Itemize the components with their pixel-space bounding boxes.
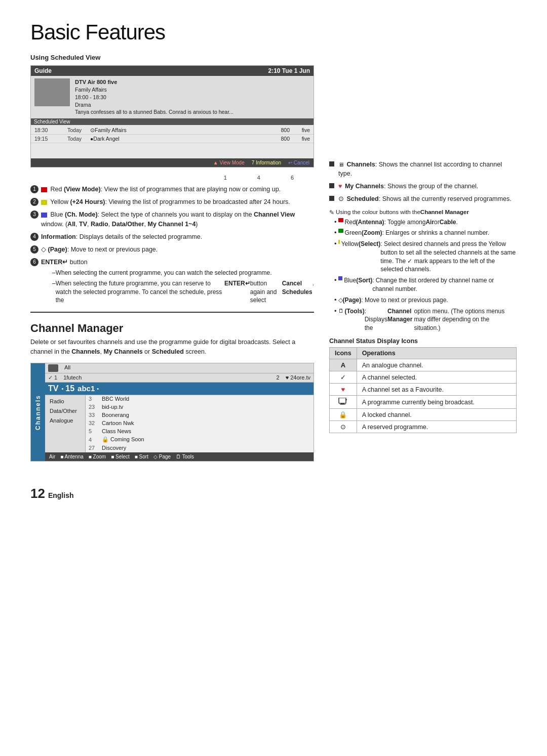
- ch-footer-zoom: ■ Zoom: [89, 454, 106, 459]
- bullet-scheduled-text: ⊙ Scheduled: Shows all the currently res…: [338, 194, 512, 203]
- channels-sidebar-label: Channels: [31, 363, 45, 461]
- status-header-icons: Icons: [330, 348, 357, 359]
- ch-check: ✓ 1: [48, 374, 57, 381]
- bullet-channels: 🖥 Channels: Shows the channel list accor…: [329, 160, 517, 178]
- ch-row: 27Discovery: [86, 444, 314, 452]
- feature-item-3: 3 Blue (Ch. Mode): Select the type of ch…: [30, 210, 314, 228]
- ch-footer-air: Air: [49, 454, 55, 459]
- guide-empty: [31, 143, 314, 157]
- guide-hours: 18:00 - 18:30: [75, 94, 233, 101]
- feature-item-5: 5 ◇ (Page): Move to next or previous pag…: [30, 245, 314, 254]
- guide-row-time-1: 18:30: [34, 127, 67, 133]
- channel-manager-title: Channel Manager: [30, 322, 314, 335]
- guide-scheduled-label: Scheduled View: [31, 118, 314, 125]
- color-bullet-blue: Blue (Sort): Change the list ordered by …: [334, 276, 517, 293]
- guide-show-name: Family Affairs: [75, 86, 233, 94]
- status-icon-selected: ✓: [330, 371, 357, 384]
- guide-footer-cancel: ↩ Cancel: [288, 160, 309, 165]
- ch-nav-all: All: [64, 364, 70, 372]
- ch-footer-tools: 🗒 Tools: [176, 454, 194, 459]
- feature-text-2: Yellow (+24 Hours): Viewing the list of …: [41, 197, 290, 206]
- bullet-channels-text: 🖥 Channels: Shows the channel list accor…: [338, 160, 517, 178]
- channels-top-nav: All: [45, 363, 314, 373]
- ch-row: 4🔒 Coming Soon: [86, 436, 314, 444]
- ch-footer-page: ◇ Page: [153, 454, 171, 459]
- ch-tv-dot2: •: [97, 386, 99, 392]
- ch-row: 33Boonerang: [86, 411, 314, 419]
- channels-icon: 🖥: [338, 161, 344, 167]
- guide-row-num-2: 800: [269, 136, 290, 142]
- guide-row-ch-1: five: [290, 127, 310, 133]
- guide-row-day-2: Today: [67, 136, 90, 142]
- color-bullet-yellow: Yellow (Select): Select desired channels…: [334, 240, 517, 274]
- channels-tv-row: TV • 15 abc1 •: [45, 383, 314, 395]
- feature-num-6: 6: [30, 258, 38, 266]
- feature-text-1: Red (View Mode): View the list of progra…: [41, 185, 281, 194]
- status-icon-analogue: A: [330, 359, 357, 371]
- guide-num-1: 1: [224, 175, 227, 181]
- guide-prog-title: DTV Air 800 five: [75, 78, 233, 86]
- feature-item-2: 2 Yellow (+24 Hours): Viewing the list o…: [30, 197, 314, 206]
- channels-header-row: ✓ 1 1futech 2 ♥ 24ore.tv: [45, 373, 314, 383]
- guide-header: Guide 2:10 Tue 1 Jun: [31, 66, 314, 76]
- scheduled-view-title: Using Scheduled View: [30, 54, 314, 61]
- ch-nav-thumb: [48, 364, 59, 372]
- color-note-label: Using the colour buttons with the Channe…: [329, 209, 517, 216]
- guide-footer-viewmode: ▲ View Mode: [213, 160, 245, 165]
- channel-manager-divider: [30, 312, 314, 313]
- status-icon-reserved: ⊙: [330, 421, 357, 433]
- enter-sub-1: When selecting the current programme, yo…: [52, 269, 314, 277]
- feature-text-3: Blue (Ch. Mode): Select the type of chan…: [41, 210, 314, 228]
- guide-row-time-2: 19:15: [34, 136, 67, 142]
- ch-panel-radio[interactable]: Radio: [48, 397, 82, 405]
- guide-row-prog-1: ⊙Family Affairs: [90, 127, 269, 133]
- bullet-mychannels-text: ♥ My Channels: Shows the group of the ch…: [338, 182, 478, 191]
- page-footer: 12 English: [30, 486, 517, 501]
- bullet-mychannels: ♥ My Channels: Shows the group of the ch…: [329, 182, 517, 191]
- channels-body: Radio Data/Other Analogue 3BBC World 23b…: [45, 395, 314, 452]
- status-op-selected: A channel selected.: [357, 371, 516, 384]
- enter-sub-2: When selecting the future programme, you…: [52, 279, 314, 305]
- svg-rect-3: [345, 399, 347, 400]
- ch-name-1: 1futech: [63, 374, 82, 381]
- ch-row: 5Class News: [86, 428, 314, 436]
- bullet-scheduled: ⊙ Scheduled: Shows all the currently res…: [329, 194, 517, 203]
- status-section-title: Channel Status Display Icons: [329, 338, 517, 345]
- guide-footer: ▲ View Mode 7 Information ↩ Cancel: [31, 158, 314, 167]
- status-op-reserved: A reserved programme.: [357, 421, 516, 433]
- tv-icon: [338, 398, 347, 405]
- status-op-locked: A locked channel.: [357, 409, 516, 421]
- guide-genre: Drama: [75, 101, 233, 109]
- guide-label: Guide: [34, 67, 52, 74]
- guide-row-prog-2: ●Dark Angel: [90, 136, 269, 142]
- ch-row: 32Cartoon Nwk: [86, 419, 314, 428]
- ch-rows: 3BBC World 23bid-up.tv 33Boonerang 32Car…: [86, 395, 314, 452]
- bullet-square-3: [329, 196, 334, 201]
- right-column: 🖥 Channels: Shows the channel list accor…: [329, 54, 517, 471]
- ch-panel-analogue[interactable]: Analogue: [48, 416, 82, 425]
- guide-box: Guide 2:10 Tue 1 Jun DTV Air 800 five Fa…: [30, 65, 314, 167]
- guide-row: 19:15 Today ●Dark Angel 800 five: [31, 135, 314, 143]
- guide-footer-info: 7 Information: [252, 160, 281, 165]
- status-row-selected: ✓ A channel selected.: [330, 371, 517, 384]
- color-bullet-tools: 🗒 (Tools): Displays the Channel Manager …: [334, 307, 517, 332]
- page-lang: English: [48, 491, 74, 499]
- ch-panel-data[interactable]: Data/Other: [48, 407, 82, 415]
- status-row-favourite: ♥ A channel set as a Favourite.: [330, 384, 517, 396]
- ch-footer-sort: ■ Sort: [135, 454, 148, 459]
- status-op-analogue: An analogue channel.: [357, 359, 516, 371]
- color-bullet-green: Green (Zoom): Enlarges or shrinks a chan…: [334, 229, 517, 237]
- status-row-locked: 🔒 A locked channel.: [330, 409, 517, 421]
- color-sub-bullets: Red (Antenna): Toggle among Air or Cable…: [334, 218, 517, 333]
- guide-rows: 18:30 Today ⊙Family Affairs 800 five 19:…: [31, 125, 314, 158]
- guide-time: 2:10 Tue 1 Jun: [268, 67, 310, 74]
- channels-main: All ✓ 1 1futech 2 ♥ 24ore.tv TV • 15 abc…: [45, 363, 314, 461]
- status-icon-locked: 🔒: [330, 409, 357, 421]
- channels-footer: Air ■ Antenna ■ Zoom ■ Select ■ Sort ◇ P…: [45, 452, 314, 461]
- ch-left-panel: Radio Data/Other Analogue: [45, 395, 86, 452]
- guide-info: DTV Air 800 five Family Affairs 18:00 - …: [31, 76, 314, 118]
- guide-text: DTV Air 800 five Family Affairs 18:00 - …: [75, 78, 233, 116]
- color-bullet-page: ◇ (Page): Move to next or previous page.: [334, 296, 517, 305]
- ch-row: 23bid-up.tv: [86, 403, 314, 411]
- feature-num-5: 5: [30, 245, 38, 254]
